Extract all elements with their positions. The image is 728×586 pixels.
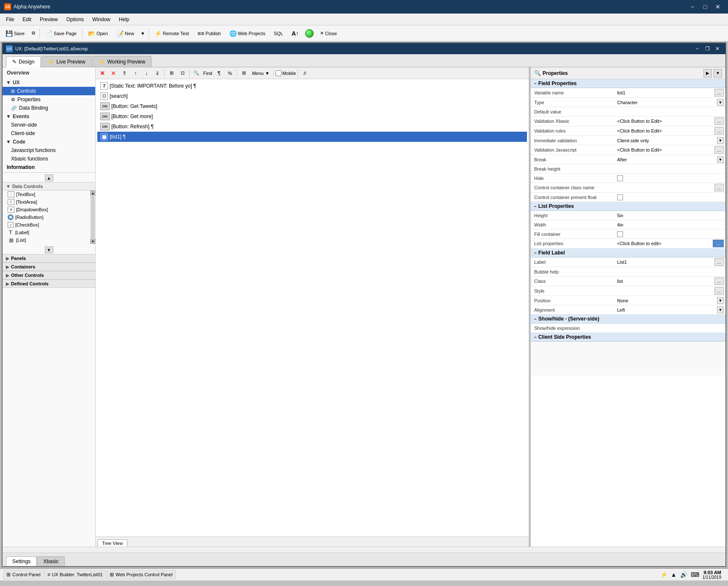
save-button[interactable]: 💾 Save <box>2 27 28 40</box>
save-page-button[interactable]: 📄 Save Page <box>41 27 80 40</box>
control-radiobutton[interactable]: [RadioButton] <box>3 213 90 221</box>
editor-item-list1[interactable]: ▦ [list1] ¶ <box>97 132 527 142</box>
ed-move-top-button[interactable]: ⇑ <box>119 69 130 78</box>
containers-group-header[interactable]: ▶ Containers <box>3 263 95 271</box>
menu-help[interactable]: Help <box>115 15 134 24</box>
horizontal-scroll[interactable] <box>3 547 725 553</box>
minimize-button[interactable]: − <box>687 3 698 11</box>
sidebar-item-controls[interactable]: ⊞ Controls <box>3 87 95 95</box>
new-dropdown-button[interactable]: ▼ <box>139 27 147 40</box>
publish-button[interactable]: ≡≡ Publish <box>193 27 224 40</box>
ed-move-up-button[interactable]: ↑ <box>130 69 141 78</box>
status-web-projects[interactable]: ⊞ Web Projects Control Panel <box>107 570 176 579</box>
validation-js-btn[interactable]: ... <box>714 146 724 154</box>
sidebar-item-properties[interactable]: ⚙ Properties <box>3 95 95 104</box>
ed-mobile-checkbox[interactable] <box>276 70 281 76</box>
tab-design[interactable]: ✎ Design <box>6 56 41 67</box>
sidebar-code-collapse[interactable]: ▼ Code <box>3 138 95 146</box>
bottom-tab-settings[interactable]: Settings <box>6 556 37 566</box>
data-controls-header[interactable]: ▼ Data Controls <box>3 182 95 191</box>
ed-move-bottom-button[interactable]: ⇓ <box>152 69 163 78</box>
ed-find-button[interactable]: 🔍 <box>191 69 201 78</box>
sidebar-item-javascript[interactable]: Javascript functions <box>3 146 95 155</box>
control-label[interactable]: T [Label] <box>3 229 90 236</box>
ed-delete-button[interactable]: ✕ <box>108 69 119 78</box>
toolbar-close-button[interactable]: ✕ Close <box>316 27 341 40</box>
sidebar-events-collapse[interactable]: ▼ Events <box>3 112 95 121</box>
type-dropdown-btn[interactable]: ▼ <box>717 99 724 106</box>
status-control-panel[interactable]: ⊞ Control Panel <box>3 570 44 579</box>
sidebar-item-client-side[interactable]: Client-side <box>3 129 95 138</box>
ed-outdent-button[interactable]: ⊡ <box>177 69 188 78</box>
sidebar-ux-collapse[interactable]: ▼ UX <box>3 78 95 87</box>
sql-button[interactable]: SQL <box>270 27 287 40</box>
control-checkbox[interactable]: ✓ [CheckBox] <box>3 221 90 229</box>
editor-item-static-text[interactable]: T [Static Text: IMPORTANT: Before yo] ¶ <box>97 81 527 91</box>
hide-checkbox[interactable] <box>617 175 623 181</box>
editor-item-button-get-tweets[interactable]: OK [Button: Get Tweets] <box>97 101 527 111</box>
bottom-tab-xbasic[interactable]: Xbasic <box>37 556 65 566</box>
validation-xbasic-btn[interactable]: ... <box>714 117 724 125</box>
tab-working-preview[interactable]: ⚡ Working Preview <box>92 56 152 67</box>
break-dropdown-btn[interactable]: ▼ <box>717 156 724 163</box>
controls-scrollbar[interactable]: ▲ ▼ <box>90 191 95 244</box>
scroll-up-btn[interactable]: ▲ <box>91 191 95 196</box>
variable-name-btn[interactable]: ... <box>714 89 724 97</box>
menu-window[interactable]: Window <box>88 15 115 24</box>
panels-group-header[interactable]: ▶ Panels <box>3 254 95 263</box>
control-textbox[interactable]: t [TextBox] <box>3 191 90 198</box>
label-btn[interactable]: ... <box>714 258 724 266</box>
scroll-down-button[interactable]: ▼ <box>45 246 53 253</box>
menu-preview[interactable]: Preview <box>36 15 62 24</box>
props-nav-dropdown-button[interactable]: ▼ <box>714 69 722 77</box>
prevent-float-checkbox[interactable] <box>617 194 623 200</box>
other-controls-group-header[interactable]: ▶ Other Controls <box>3 271 95 279</box>
control-textarea[interactable]: ¶ [TextArea] <box>3 198 90 206</box>
ed-comment-button[interactable]: // <box>300 69 310 78</box>
font-button[interactable]: A↑ <box>288 27 303 40</box>
inner-restore-button[interactable]: ❐ <box>703 45 712 53</box>
scroll-thumb[interactable] <box>91 196 94 238</box>
menu-options[interactable]: Options <box>62 15 88 24</box>
remote-test-button[interactable]: ⚡ Remote Test <box>151 27 193 40</box>
tab-live-preview[interactable]: ⚡ Live Preview <box>41 56 91 67</box>
inner-minimize-button[interactable]: − <box>692 45 702 53</box>
ed-move-down-button[interactable]: ↓ <box>141 69 152 78</box>
ed-indent-button[interactable]: ⊞ <box>166 69 176 78</box>
container-class-btn[interactable]: ... <box>714 184 724 191</box>
tree-view-tab[interactable]: Tree View <box>97 539 127 547</box>
ed-menu-button[interactable]: Menu ▼ <box>250 69 271 78</box>
new-button[interactable]: 📝 New <box>113 27 138 40</box>
list-properties-section[interactable]: − List Properties <box>531 202 725 211</box>
client-side-section[interactable]: − Client Side Properties <box>531 333 725 342</box>
ed-cut-button[interactable]: ✕ <box>97 69 108 78</box>
inner-close-button[interactable]: ✕ <box>713 45 722 53</box>
defined-controls-group-header[interactable]: ▶ Defined Controls <box>3 279 95 288</box>
scroll-down-btn[interactable]: ▼ <box>91 239 95 244</box>
editor-item-button-get-more[interactable]: OK [Button: Get more] <box>97 111 527 122</box>
immediate-validation-dropdown-btn[interactable]: ▼ <box>717 137 724 144</box>
ed-para-button[interactable]: ¶ <box>214 69 224 78</box>
position-dropdown-btn[interactable]: ▼ <box>717 297 724 304</box>
sidebar-item-xbasic[interactable]: Xbasic functions <box>3 155 95 163</box>
editor-item-search[interactable]: ☐ [search] <box>97 91 527 101</box>
control-list[interactable]: ▦ [List] <box>3 236 90 244</box>
web-projects-button[interactable]: 🌐 Web Projects <box>226 27 269 40</box>
sidebar-item-information[interactable]: Information <box>3 163 95 171</box>
style-btn[interactable]: ... <box>714 287 724 295</box>
validation-rules-btn[interactable]: ... <box>714 127 724 135</box>
show-hide-section[interactable]: − Show/hide - (Server-side) <box>531 315 725 323</box>
sidebar-item-data-binding[interactable]: 🔗 Data Binding <box>3 104 95 112</box>
field-label-section[interactable]: − Field Label <box>531 249 725 257</box>
alignment-dropdown-btn[interactable]: ▼ <box>717 307 724 313</box>
save-options-button[interactable]: ⚙ <box>29 27 38 40</box>
status-ux-builder[interactable]: ≡ UX Builder: TwitterList01 <box>44 570 106 579</box>
sidebar-item-server-side[interactable]: Server-side <box>3 121 95 129</box>
fill-container-checkbox[interactable] <box>617 231 623 237</box>
class-btn[interactable]: ... <box>714 277 724 285</box>
ed-grid-button[interactable]: ⊞ <box>239 69 249 78</box>
maximize-button[interactable]: □ <box>699 3 711 11</box>
control-dropdownbox[interactable]: ≡ [DropdownBox] <box>3 206 90 213</box>
close-button[interactable]: ✕ <box>712 3 724 11</box>
ed-percent-button[interactable]: % <box>225 69 235 78</box>
